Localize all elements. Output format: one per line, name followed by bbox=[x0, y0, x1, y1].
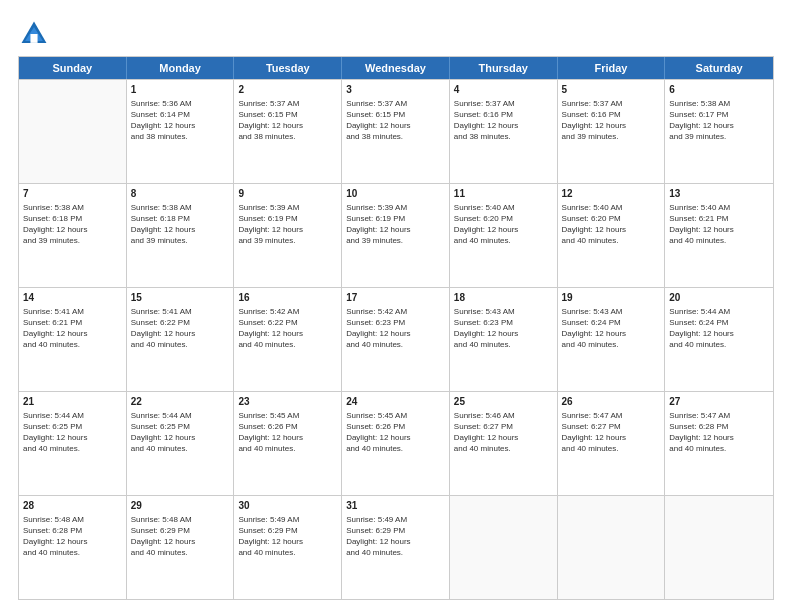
cell-info: Sunrise: 5:47 AM Sunset: 6:27 PM Dayligh… bbox=[562, 410, 661, 455]
calendar-cell: 6Sunrise: 5:38 AM Sunset: 6:17 PM Daylig… bbox=[665, 80, 773, 183]
calendar-cell: 7Sunrise: 5:38 AM Sunset: 6:18 PM Daylig… bbox=[19, 184, 127, 287]
day-number: 31 bbox=[346, 499, 445, 513]
day-number: 9 bbox=[238, 187, 337, 201]
calendar-cell: 14Sunrise: 5:41 AM Sunset: 6:21 PM Dayli… bbox=[19, 288, 127, 391]
calendar-cell: 5Sunrise: 5:37 AM Sunset: 6:16 PM Daylig… bbox=[558, 80, 666, 183]
day-number: 16 bbox=[238, 291, 337, 305]
calendar-cell: 4Sunrise: 5:37 AM Sunset: 6:16 PM Daylig… bbox=[450, 80, 558, 183]
day-number: 25 bbox=[454, 395, 553, 409]
day-number: 21 bbox=[23, 395, 122, 409]
cell-info: Sunrise: 5:47 AM Sunset: 6:28 PM Dayligh… bbox=[669, 410, 769, 455]
header-day-sunday: Sunday bbox=[19, 57, 127, 79]
cell-info: Sunrise: 5:49 AM Sunset: 6:29 PM Dayligh… bbox=[346, 514, 445, 559]
cell-info: Sunrise: 5:40 AM Sunset: 6:21 PM Dayligh… bbox=[669, 202, 769, 247]
day-number: 10 bbox=[346, 187, 445, 201]
calendar-week-5: 28Sunrise: 5:48 AM Sunset: 6:28 PM Dayli… bbox=[19, 495, 773, 599]
calendar-week-4: 21Sunrise: 5:44 AM Sunset: 6:25 PM Dayli… bbox=[19, 391, 773, 495]
cell-info: Sunrise: 5:37 AM Sunset: 6:15 PM Dayligh… bbox=[346, 98, 445, 143]
calendar-cell: 20Sunrise: 5:44 AM Sunset: 6:24 PM Dayli… bbox=[665, 288, 773, 391]
day-number: 7 bbox=[23, 187, 122, 201]
calendar-cell: 28Sunrise: 5:48 AM Sunset: 6:28 PM Dayli… bbox=[19, 496, 127, 599]
header-day-monday: Monday bbox=[127, 57, 235, 79]
header bbox=[18, 18, 774, 50]
header-day-friday: Friday bbox=[558, 57, 666, 79]
calendar-cell: 10Sunrise: 5:39 AM Sunset: 6:19 PM Dayli… bbox=[342, 184, 450, 287]
cell-info: Sunrise: 5:44 AM Sunset: 6:25 PM Dayligh… bbox=[23, 410, 122, 455]
cell-info: Sunrise: 5:48 AM Sunset: 6:28 PM Dayligh… bbox=[23, 514, 122, 559]
cell-info: Sunrise: 5:38 AM Sunset: 6:18 PM Dayligh… bbox=[23, 202, 122, 247]
day-number: 1 bbox=[131, 83, 230, 97]
calendar-cell: 2Sunrise: 5:37 AM Sunset: 6:15 PM Daylig… bbox=[234, 80, 342, 183]
day-number: 18 bbox=[454, 291, 553, 305]
calendar-cell: 13Sunrise: 5:40 AM Sunset: 6:21 PM Dayli… bbox=[665, 184, 773, 287]
day-number: 28 bbox=[23, 499, 122, 513]
day-number: 27 bbox=[669, 395, 769, 409]
calendar-body: 1Sunrise: 5:36 AM Sunset: 6:14 PM Daylig… bbox=[19, 79, 773, 599]
calendar-cell bbox=[665, 496, 773, 599]
calendar-cell: 12Sunrise: 5:40 AM Sunset: 6:20 PM Dayli… bbox=[558, 184, 666, 287]
calendar-cell: 8Sunrise: 5:38 AM Sunset: 6:18 PM Daylig… bbox=[127, 184, 235, 287]
calendar-cell: 15Sunrise: 5:41 AM Sunset: 6:22 PM Dayli… bbox=[127, 288, 235, 391]
calendar-cell: 19Sunrise: 5:43 AM Sunset: 6:24 PM Dayli… bbox=[558, 288, 666, 391]
cell-info: Sunrise: 5:44 AM Sunset: 6:25 PM Dayligh… bbox=[131, 410, 230, 455]
header-day-saturday: Saturday bbox=[665, 57, 773, 79]
cell-info: Sunrise: 5:41 AM Sunset: 6:22 PM Dayligh… bbox=[131, 306, 230, 351]
day-number: 29 bbox=[131, 499, 230, 513]
logo-icon bbox=[18, 18, 50, 50]
cell-info: Sunrise: 5:36 AM Sunset: 6:14 PM Dayligh… bbox=[131, 98, 230, 143]
cell-info: Sunrise: 5:40 AM Sunset: 6:20 PM Dayligh… bbox=[454, 202, 553, 247]
cell-info: Sunrise: 5:44 AM Sunset: 6:24 PM Dayligh… bbox=[669, 306, 769, 351]
cell-info: Sunrise: 5:41 AM Sunset: 6:21 PM Dayligh… bbox=[23, 306, 122, 351]
calendar-cell: 24Sunrise: 5:45 AM Sunset: 6:26 PM Dayli… bbox=[342, 392, 450, 495]
cell-info: Sunrise: 5:39 AM Sunset: 6:19 PM Dayligh… bbox=[346, 202, 445, 247]
page: SundayMondayTuesdayWednesdayThursdayFrid… bbox=[0, 0, 792, 612]
day-number: 24 bbox=[346, 395, 445, 409]
day-number: 8 bbox=[131, 187, 230, 201]
day-number: 19 bbox=[562, 291, 661, 305]
cell-info: Sunrise: 5:38 AM Sunset: 6:17 PM Dayligh… bbox=[669, 98, 769, 143]
calendar-cell: 11Sunrise: 5:40 AM Sunset: 6:20 PM Dayli… bbox=[450, 184, 558, 287]
calendar-cell: 17Sunrise: 5:42 AM Sunset: 6:23 PM Dayli… bbox=[342, 288, 450, 391]
calendar-week-3: 14Sunrise: 5:41 AM Sunset: 6:21 PM Dayli… bbox=[19, 287, 773, 391]
calendar-header: SundayMondayTuesdayWednesdayThursdayFrid… bbox=[19, 57, 773, 79]
calendar-week-2: 7Sunrise: 5:38 AM Sunset: 6:18 PM Daylig… bbox=[19, 183, 773, 287]
cell-info: Sunrise: 5:43 AM Sunset: 6:24 PM Dayligh… bbox=[562, 306, 661, 351]
calendar-week-1: 1Sunrise: 5:36 AM Sunset: 6:14 PM Daylig… bbox=[19, 79, 773, 183]
calendar-cell: 23Sunrise: 5:45 AM Sunset: 6:26 PM Dayli… bbox=[234, 392, 342, 495]
calendar-cell: 1Sunrise: 5:36 AM Sunset: 6:14 PM Daylig… bbox=[127, 80, 235, 183]
calendar-cell bbox=[450, 496, 558, 599]
calendar-cell: 29Sunrise: 5:48 AM Sunset: 6:29 PM Dayli… bbox=[127, 496, 235, 599]
day-number: 30 bbox=[238, 499, 337, 513]
calendar-cell: 26Sunrise: 5:47 AM Sunset: 6:27 PM Dayli… bbox=[558, 392, 666, 495]
cell-info: Sunrise: 5:49 AM Sunset: 6:29 PM Dayligh… bbox=[238, 514, 337, 559]
day-number: 5 bbox=[562, 83, 661, 97]
calendar-cell: 22Sunrise: 5:44 AM Sunset: 6:25 PM Dayli… bbox=[127, 392, 235, 495]
day-number: 13 bbox=[669, 187, 769, 201]
cell-info: Sunrise: 5:37 AM Sunset: 6:15 PM Dayligh… bbox=[238, 98, 337, 143]
calendar: SundayMondayTuesdayWednesdayThursdayFrid… bbox=[18, 56, 774, 600]
cell-info: Sunrise: 5:37 AM Sunset: 6:16 PM Dayligh… bbox=[454, 98, 553, 143]
day-number: 6 bbox=[669, 83, 769, 97]
cell-info: Sunrise: 5:42 AM Sunset: 6:22 PM Dayligh… bbox=[238, 306, 337, 351]
calendar-cell bbox=[19, 80, 127, 183]
day-number: 17 bbox=[346, 291, 445, 305]
header-day-wednesday: Wednesday bbox=[342, 57, 450, 79]
cell-info: Sunrise: 5:42 AM Sunset: 6:23 PM Dayligh… bbox=[346, 306, 445, 351]
calendar-cell: 9Sunrise: 5:39 AM Sunset: 6:19 PM Daylig… bbox=[234, 184, 342, 287]
day-number: 12 bbox=[562, 187, 661, 201]
calendar-cell: 25Sunrise: 5:46 AM Sunset: 6:27 PM Dayli… bbox=[450, 392, 558, 495]
calendar-cell: 18Sunrise: 5:43 AM Sunset: 6:23 PM Dayli… bbox=[450, 288, 558, 391]
day-number: 26 bbox=[562, 395, 661, 409]
day-number: 11 bbox=[454, 187, 553, 201]
cell-info: Sunrise: 5:46 AM Sunset: 6:27 PM Dayligh… bbox=[454, 410, 553, 455]
day-number: 4 bbox=[454, 83, 553, 97]
day-number: 2 bbox=[238, 83, 337, 97]
calendar-cell: 30Sunrise: 5:49 AM Sunset: 6:29 PM Dayli… bbox=[234, 496, 342, 599]
svg-rect-2 bbox=[30, 34, 37, 43]
day-number: 15 bbox=[131, 291, 230, 305]
day-number: 3 bbox=[346, 83, 445, 97]
header-day-thursday: Thursday bbox=[450, 57, 558, 79]
calendar-cell bbox=[558, 496, 666, 599]
calendar-cell: 27Sunrise: 5:47 AM Sunset: 6:28 PM Dayli… bbox=[665, 392, 773, 495]
calendar-cell: 16Sunrise: 5:42 AM Sunset: 6:22 PM Dayli… bbox=[234, 288, 342, 391]
